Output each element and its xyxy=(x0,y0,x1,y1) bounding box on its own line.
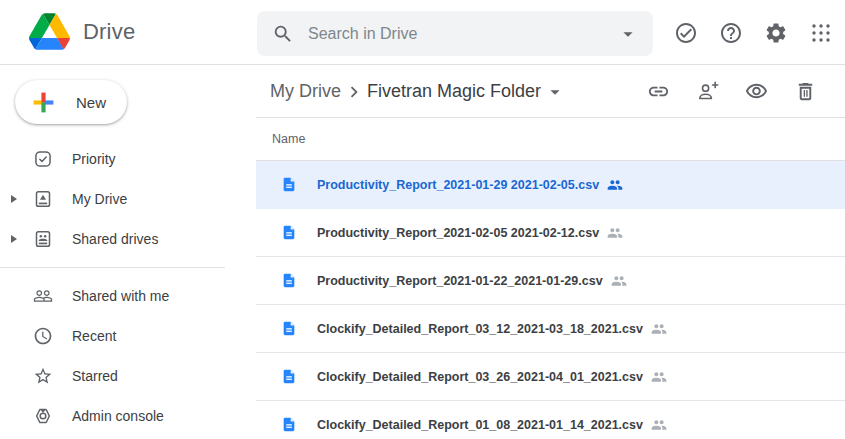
sidebar-item-label: Priority xyxy=(72,151,116,167)
shared-indicator-icon xyxy=(607,225,623,241)
sidebar-item-label: Starred xyxy=(72,368,118,384)
file-row[interactable]: Clockify_Detailed_Report_03_26_2021-04_0… xyxy=(256,353,845,401)
sidebar-item-label: Admin console xyxy=(72,408,164,424)
sidebar-divider xyxy=(0,267,225,268)
sidebar-nav: Priority My Drive Shared drives xyxy=(0,139,256,436)
sidebar-item-label: Shared drives xyxy=(72,231,158,247)
expand-arrow-icon[interactable] xyxy=(11,195,17,203)
drive-triangle-icon xyxy=(29,13,70,50)
folder-menu-caret-icon[interactable] xyxy=(544,81,566,103)
priority-check-icon xyxy=(33,149,53,169)
search-input[interactable] xyxy=(308,25,617,43)
file-action-toolbar xyxy=(647,80,845,103)
csv-file-icon xyxy=(281,175,297,194)
star-icon xyxy=(33,366,53,386)
sidebar-item-priority[interactable]: Priority xyxy=(0,139,256,179)
top-app-bar: Drive xyxy=(0,0,845,65)
file-name: Clockify_Detailed_Report_01_08_2021-01_1… xyxy=(317,418,643,432)
my-drive-icon xyxy=(33,189,53,209)
header-actions xyxy=(674,21,833,45)
sidebar-item-label: Recent xyxy=(72,328,116,344)
sidebar-item-admin-console[interactable]: Admin console xyxy=(0,396,256,436)
csv-file-icon xyxy=(281,415,297,434)
column-header-name[interactable]: Name xyxy=(272,132,305,146)
settings-icon[interactable] xyxy=(764,21,788,45)
drive-logo[interactable]: Drive xyxy=(29,13,135,50)
csv-file-icon xyxy=(281,223,297,242)
get-link-icon[interactable] xyxy=(647,80,670,103)
file-name: Productivity_Report_2021-02-05 2021-02-1… xyxy=(317,226,599,240)
search-icon xyxy=(272,23,294,45)
new-button[interactable]: New xyxy=(15,80,127,124)
shared-indicator-icon xyxy=(651,321,667,337)
file-list-header[interactable]: Name xyxy=(256,118,845,161)
file-row[interactable]: Productivity_Report_2021-02-05 2021-02-1… xyxy=(256,209,845,257)
app-name: Drive xyxy=(83,19,135,45)
breadcrumb-bar: My Drive Fivetran Magic Folder xyxy=(256,66,845,118)
chevron-right-icon xyxy=(343,81,365,103)
sidebar-item-recent[interactable]: Recent xyxy=(0,316,256,356)
file-row[interactable]: Clockify_Detailed_Report_01_08_2021-01_1… xyxy=(256,401,845,439)
help-icon[interactable] xyxy=(719,21,743,45)
new-button-label: New xyxy=(76,94,106,111)
search-options-caret-icon[interactable] xyxy=(617,23,639,45)
expand-arrow-icon[interactable] xyxy=(11,235,17,243)
breadcrumb-parent[interactable]: My Drive xyxy=(270,81,341,102)
plus-multicolor-icon xyxy=(31,90,56,115)
shared-people-icon xyxy=(33,286,53,306)
clock-icon xyxy=(33,326,53,346)
sidebar-item-starred[interactable]: Starred xyxy=(0,356,256,396)
file-list-rows: Productivity_Report_2021-01-29 2021-02-0… xyxy=(256,161,845,439)
file-row[interactable]: Productivity_Report_2021-01-29 2021-02-0… xyxy=(256,161,845,209)
apps-grid-icon[interactable] xyxy=(809,21,833,45)
offline-check-icon[interactable] xyxy=(674,21,698,45)
sidebar-item-label: My Drive xyxy=(72,191,127,207)
shared-indicator-icon xyxy=(607,177,623,193)
sidebar-item-label: Shared with me xyxy=(72,288,169,304)
file-name: Clockify_Detailed_Report_03_26_2021-04_0… xyxy=(317,370,643,384)
shared-indicator-icon xyxy=(651,369,667,385)
search-bar[interactable] xyxy=(257,11,653,56)
csv-file-icon xyxy=(281,319,297,338)
sidebar-item-shared-drives[interactable]: Shared drives xyxy=(0,219,256,259)
shared-indicator-icon xyxy=(611,273,627,289)
breadcrumb-current[interactable]: Fivetran Magic Folder xyxy=(367,81,541,102)
trash-icon[interactable] xyxy=(794,80,817,103)
shared-indicator-icon xyxy=(651,417,667,433)
csv-file-icon xyxy=(281,271,297,290)
file-row[interactable]: Productivity_Report_2021-01-22_2021-01-2… xyxy=(256,257,845,305)
file-name: Productivity_Report_2021-01-29 2021-02-0… xyxy=(317,178,599,192)
sidebar-item-shared-with-me[interactable]: Shared with me xyxy=(0,276,256,316)
admin-console-icon xyxy=(33,406,53,426)
csv-file-icon xyxy=(281,367,297,386)
file-name: Clockify_Detailed_Report_03_12_2021-03_1… xyxy=(317,322,643,336)
sidebar: New Priority My Drive xyxy=(0,66,256,439)
preview-icon[interactable] xyxy=(745,80,768,103)
sidebar-item-my-drive[interactable]: My Drive xyxy=(0,179,256,219)
shared-drives-icon xyxy=(33,229,53,249)
file-name: Productivity_Report_2021-01-22_2021-01-2… xyxy=(317,274,603,288)
add-people-icon[interactable] xyxy=(696,80,719,103)
file-row[interactable]: Clockify_Detailed_Report_03_12_2021-03_1… xyxy=(256,305,845,353)
main-content: My Drive Fivetran Magic Folder xyxy=(256,66,845,439)
